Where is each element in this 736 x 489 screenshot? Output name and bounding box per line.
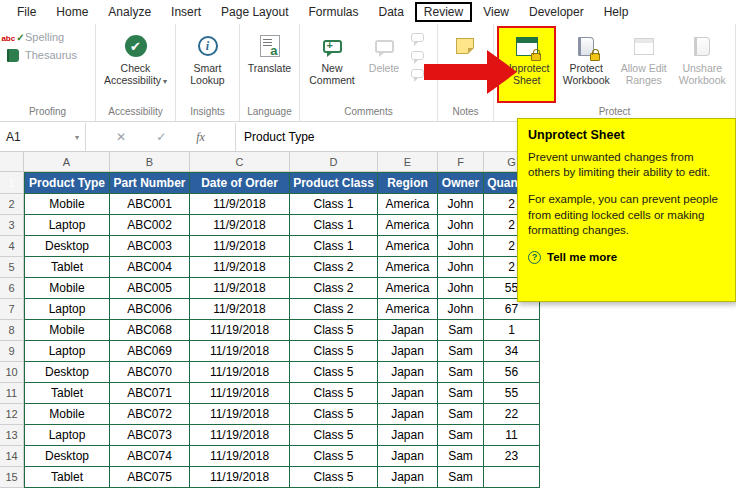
cell-product-type[interactable]: Laptop	[24, 341, 110, 362]
cell-part-number[interactable]: ABC002	[110, 215, 190, 236]
cell-owner[interactable]: John	[438, 257, 484, 278]
cell-owner[interactable]: John	[438, 194, 484, 215]
row-number[interactable]: 6	[0, 278, 24, 299]
cell-part-number[interactable]: ABC070	[110, 362, 190, 383]
row-number[interactable]: 8	[0, 320, 24, 341]
header-cell-product-type[interactable]: Product Type	[24, 172, 110, 194]
cell-product-class[interactable]: Class 5	[290, 446, 378, 467]
cell-date-of-order[interactable]: 11/19/2018	[190, 362, 290, 383]
cell-date-of-order[interactable]: 11/9/2018	[190, 215, 290, 236]
delete-comment-button[interactable]: Delete	[362, 26, 406, 103]
cell-product-type[interactable]: Desktop	[24, 446, 110, 467]
cell-region[interactable]: Japan	[378, 446, 438, 467]
allow-edit-ranges-button[interactable]: Allow Edit Ranges	[616, 26, 672, 103]
thesaurus-button[interactable]: Thesaurus	[5, 48, 77, 62]
cell-region[interactable]: America	[378, 278, 438, 299]
cell-quantity[interactable]: 23	[484, 446, 540, 467]
row-number[interactable]: 11	[0, 383, 24, 404]
cell-date-of-order[interactable]: 11/9/2018	[190, 278, 290, 299]
cell-part-number[interactable]: ABC071	[110, 383, 190, 404]
enter-icon[interactable]: ✓	[156, 130, 166, 144]
cell-owner[interactable]: Sam	[438, 425, 484, 446]
tab-home[interactable]: Home	[47, 2, 97, 22]
header-cell-owner[interactable]: Owner	[438, 172, 484, 194]
column-header-d[interactable]: D	[290, 152, 378, 172]
cell-part-number[interactable]: ABC075	[110, 467, 190, 488]
cell-region[interactable]: Japan	[378, 320, 438, 341]
cell-product-type[interactable]: Mobile	[24, 194, 110, 215]
cell-owner[interactable]: Sam	[438, 341, 484, 362]
cell-product-type[interactable]: Laptop	[24, 215, 110, 236]
cell-product-type[interactable]: Laptop	[24, 299, 110, 320]
cell-product-class[interactable]: Class 1	[290, 236, 378, 257]
cell-part-number[interactable]: ABC069	[110, 341, 190, 362]
cell-date-of-order[interactable]: 11/9/2018	[190, 299, 290, 320]
column-header-f[interactable]: F	[438, 152, 484, 172]
cell-date-of-order[interactable]: 11/9/2018	[190, 194, 290, 215]
cell-owner[interactable]: Sam	[438, 383, 484, 404]
insert-function-icon[interactable]: fx	[196, 130, 205, 145]
row-number[interactable]: 14	[0, 446, 24, 467]
cell-quantity[interactable]	[484, 467, 540, 488]
cell-region[interactable]: Japan	[378, 341, 438, 362]
cell-region[interactable]: America	[378, 299, 438, 320]
cell-quantity[interactable]: 67	[484, 299, 540, 320]
cell-region[interactable]: America	[378, 215, 438, 236]
cell-part-number[interactable]: ABC072	[110, 404, 190, 425]
cell-quantity[interactable]: 11	[484, 425, 540, 446]
cell-product-class[interactable]: Class 5	[290, 404, 378, 425]
cell-product-class[interactable]: Class 5	[290, 341, 378, 362]
cell-owner[interactable]: John	[438, 278, 484, 299]
cell-quantity[interactable]: 34	[484, 341, 540, 362]
row-number[interactable]: 2	[0, 194, 24, 215]
tab-analyze[interactable]: Analyze	[99, 2, 160, 22]
cell-date-of-order[interactable]: 11/19/2018	[190, 467, 290, 488]
cell-owner[interactable]: Sam	[438, 446, 484, 467]
new-comment-button[interactable]: New Comment	[303, 26, 361, 103]
cell-part-number[interactable]: ABC073	[110, 425, 190, 446]
cell-product-class[interactable]: Class 1	[290, 194, 378, 215]
cell-product-class[interactable]: Class 5	[290, 320, 378, 341]
unshare-workbook-button[interactable]: Unshare Workbook	[673, 26, 732, 103]
tab-data[interactable]: Data	[369, 2, 412, 22]
smart-lookup-button[interactable]: i Smart Lookup	[179, 26, 236, 103]
cell-product-type[interactable]: Laptop	[24, 425, 110, 446]
name-box[interactable]: A1 ▾	[0, 123, 86, 151]
cell-product-type[interactable]: Desktop	[24, 236, 110, 257]
cell-product-class[interactable]: Class 2	[290, 299, 378, 320]
cell-date-of-order[interactable]: 11/19/2018	[190, 425, 290, 446]
row-number[interactable]: 1	[0, 172, 24, 194]
tab-file[interactable]: File	[8, 2, 45, 22]
cell-owner[interactable]: Sam	[438, 467, 484, 488]
cell-region[interactable]: America	[378, 236, 438, 257]
tab-review[interactable]: Review	[415, 2, 472, 22]
tab-developer[interactable]: Developer	[520, 2, 593, 22]
cell-region[interactable]: America	[378, 257, 438, 278]
header-cell-region[interactable]: Region	[378, 172, 438, 194]
column-header-c[interactable]: C	[190, 152, 290, 172]
tell-me-more-link[interactable]: ? Tell me more	[528, 251, 725, 264]
cell-owner[interactable]: John	[438, 236, 484, 257]
cell-product-class[interactable]: Class 5	[290, 425, 378, 446]
cell-date-of-order[interactable]: 11/19/2018	[190, 383, 290, 404]
cell-quantity[interactable]: 22	[484, 404, 540, 425]
check-accessibility-button[interactable]: ✔ Check Accessibility	[99, 26, 172, 103]
cell-date-of-order[interactable]: 11/19/2018	[190, 341, 290, 362]
cell-product-type[interactable]: Tablet	[24, 383, 110, 404]
tab-help[interactable]: Help	[595, 2, 638, 22]
column-header-a[interactable]: A	[24, 152, 110, 172]
cell-product-class[interactable]: Class 1	[290, 215, 378, 236]
cell-product-class[interactable]: Class 5	[290, 383, 378, 404]
cell-date-of-order[interactable]: 11/9/2018	[190, 257, 290, 278]
row-number[interactable]: 15	[0, 467, 24, 488]
tab-page-layout[interactable]: Page Layout	[212, 2, 297, 22]
row-number[interactable]: 9	[0, 341, 24, 362]
cell-owner[interactable]: Sam	[438, 362, 484, 383]
cell-part-number[interactable]: ABC006	[110, 299, 190, 320]
select-all-corner[interactable]	[0, 152, 24, 172]
translate-button[interactable]: Translate	[243, 26, 296, 103]
header-cell-part-number[interactable]: Part Number	[110, 172, 190, 194]
cell-quantity[interactable]: 55	[484, 383, 540, 404]
cell-part-number[interactable]: ABC068	[110, 320, 190, 341]
cell-part-number[interactable]: ABC003	[110, 236, 190, 257]
